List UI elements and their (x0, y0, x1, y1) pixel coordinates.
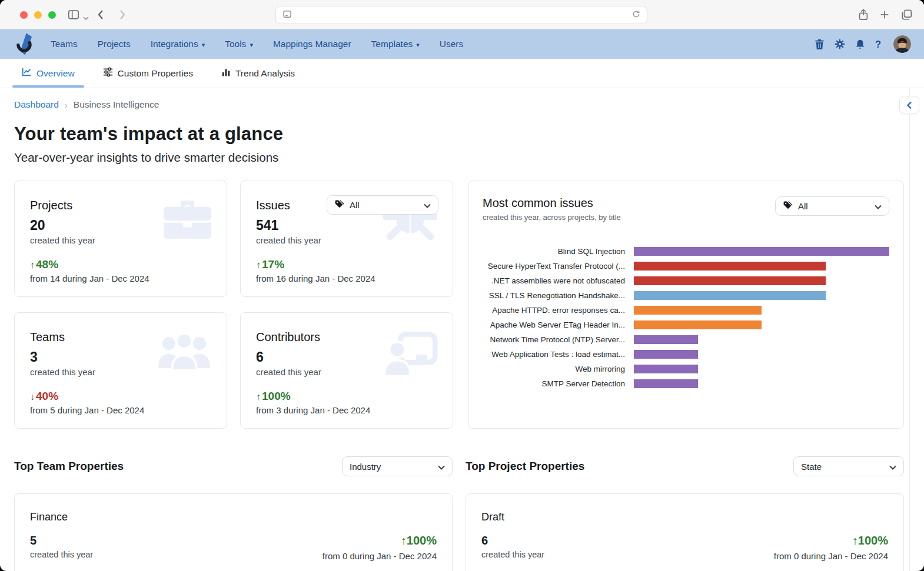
chart-row: Apache Web Server ETag Header In... (483, 318, 889, 332)
chart-bar[interactable] (634, 335, 698, 344)
stat-comparison: from 14 during Jan - Dec 2024 (30, 273, 211, 283)
app-logo[interactable] (13, 33, 35, 55)
address-bar[interactable] (275, 6, 647, 24)
chart-bar-track (634, 247, 889, 256)
chart-bar-label: Web Application Tests : load estimat... (483, 350, 625, 359)
nav-item-users[interactable]: Users (440, 39, 463, 49)
nav-item-integrations[interactable]: Integrations▾ (151, 39, 205, 49)
nav-item-tools[interactable]: Tools▾ (225, 39, 253, 49)
zoom-window-button[interactable] (48, 11, 56, 19)
chart-bar[interactable] (634, 320, 762, 329)
project-properties-select[interactable]: State (793, 456, 904, 476)
tab-label: Trend Analysis (235, 68, 295, 79)
tab-overview[interactable]: Overview (12, 59, 84, 88)
chevron-down-icon: ▾ (250, 41, 253, 49)
tab-label: Custom Properties (118, 68, 193, 79)
nav-item-projects[interactable]: Projects (98, 39, 131, 49)
share-icon[interactable] (857, 8, 869, 24)
chevron-down-icon[interactable] (83, 12, 89, 23)
nav-item-mappings-manager[interactable]: Mappings Manager (273, 39, 351, 49)
chart-bar-label: Web mirroring (483, 365, 625, 373)
select-value: All (798, 201, 808, 211)
property-value: 5 (30, 534, 93, 547)
chevron-down-icon (424, 200, 431, 210)
section-heading: Top Team Properties (14, 460, 124, 473)
chart-bar-track (634, 276, 889, 285)
property-card-finance: Finance 5 created this year ↑100% from 0… (14, 493, 453, 571)
minimize-window-button[interactable] (34, 11, 42, 19)
stat-cards: Projects 20 created this year ↑ 48% from… (14, 181, 453, 429)
select-value: All (350, 200, 360, 210)
chart-row: Web mirroring (483, 362, 889, 376)
chart-bar-label: Secure HyperText Transfer Protocol (... (483, 262, 625, 271)
new-tab-icon[interactable] (879, 8, 890, 24)
chart-bar[interactable] (634, 306, 762, 315)
tab-overview-icon[interactable] (900, 8, 913, 24)
issues-filter-select[interactable]: All (327, 195, 438, 215)
chart-bar[interactable] (634, 291, 826, 300)
nav-item-label: Projects (98, 39, 131, 49)
bell-icon[interactable] (855, 39, 865, 50)
chart-bar-track (634, 379, 889, 388)
chart-bar[interactable] (634, 262, 826, 271)
tab-custom-properties[interactable]: Custom Properties (94, 59, 202, 88)
chart-bar[interactable] (634, 365, 698, 373)
chart-bar-track (634, 262, 889, 271)
section-heading: Top Project Properties (466, 460, 584, 473)
property-caption: created this year (30, 550, 93, 559)
page-title: Your team's impact at a glance (14, 123, 910, 145)
back-button[interactable] (95, 8, 108, 24)
team-icon (156, 330, 212, 376)
chevron-down-icon (889, 462, 896, 472)
chart-row: Web Application Tests : load estimat... (483, 347, 889, 362)
property-comparison: from 0 during Jan - Dec 2024 (323, 551, 437, 561)
team-properties-select[interactable]: Industry (342, 456, 453, 476)
breadcrumb-separator-icon: › (65, 100, 68, 110)
select-value: Industry (350, 462, 381, 472)
section-tab-bar: Overview Custom Properties Trend Analysi… (0, 59, 924, 88)
stat-card-issues: Issues All 541 created this year (240, 181, 453, 297)
briefcase-icon (162, 199, 212, 242)
reload-icon[interactable] (631, 9, 641, 21)
chart-bar[interactable] (634, 379, 698, 388)
stat-card-projects: Projects 20 created this year ↑ 48% from… (14, 181, 227, 297)
chart-bar[interactable] (634, 247, 889, 256)
chart-bar[interactable] (634, 350, 698, 359)
chart-title: Most common issues (483, 196, 621, 210)
nav-item-teams[interactable]: Teams (51, 39, 78, 49)
line-chart-icon (22, 67, 32, 79)
tab-trend-analysis[interactable]: Trend Analysis (212, 59, 304, 88)
nav-item-label: Templates (371, 39, 413, 49)
most-common-issues-card: Most common issues created this year, ac… (468, 181, 904, 429)
url-input[interactable] (293, 11, 631, 19)
chart-bar-track (634, 306, 889, 315)
nav-item-label: Integrations (151, 39, 198, 49)
breadcrumb-dashboard-link[interactable]: Dashboard (14, 99, 59, 110)
nav-item-templates[interactable]: Templates▾ (371, 39, 420, 49)
issues-chart-filter-select[interactable]: All (775, 196, 889, 216)
presenter-icon (384, 330, 438, 381)
collapse-panel-button[interactable] (899, 96, 919, 114)
nav-items: TeamsProjectsIntegrations▾Tools▾Mappings… (51, 39, 463, 49)
forward-button[interactable] (115, 8, 128, 24)
stat-delta: ↓ 40% (30, 390, 211, 403)
user-avatar[interactable] (893, 35, 911, 53)
help-button[interactable]: ? (875, 39, 881, 50)
property-card-draft: Draft 6 created this year ↑100% from 0 d… (466, 493, 904, 571)
breadcrumb: Dashboard › Business Intelligence (14, 99, 910, 110)
browser-window: TeamsProjectsIntegrations▾Tools▾Mappings… (0, 0, 924, 571)
close-window-button[interactable] (20, 11, 28, 19)
property-delta: ↑100% (323, 534, 437, 547)
nav-item-label: Mappings Manager (273, 39, 351, 49)
chart-row: Blind SQL Injection (483, 244, 889, 259)
sidebar-toggle-icon[interactable] (67, 8, 80, 24)
stat-comparison: from 3 during Jan - Dec 2024 (256, 405, 437, 415)
chart-bar[interactable] (634, 276, 826, 285)
gear-icon[interactable] (835, 39, 845, 49)
trash-icon[interactable] (815, 39, 825, 50)
arrow-up-icon: ↑ (30, 260, 35, 271)
page-subtitle: Year-over-year insights to drive smarter… (14, 151, 910, 165)
chart-bar-label: SMTP Server Detection (483, 379, 625, 388)
chart-row: SSL / TLS Renegotiation Handshake... (483, 288, 889, 303)
tag-icon (783, 201, 793, 212)
